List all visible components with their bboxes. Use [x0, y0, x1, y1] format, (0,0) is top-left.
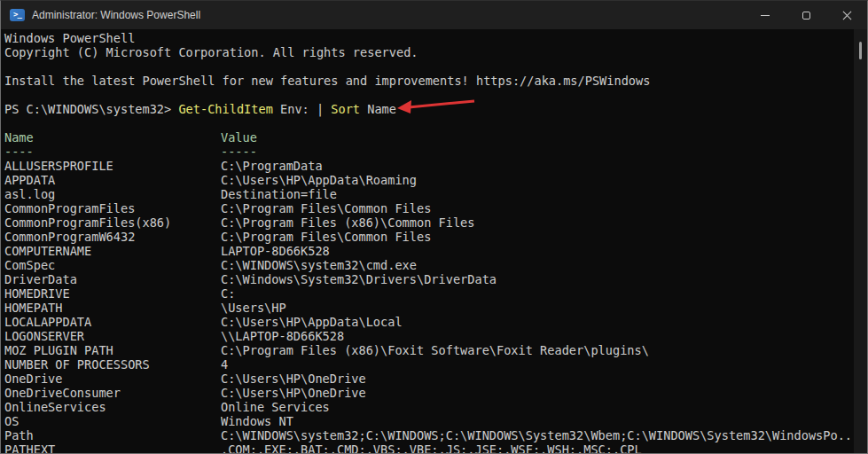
- command-line: PS C:\WINDOWS\system32> Get-ChildItem En…: [4, 102, 854, 116]
- env-name: HOMEPATH: [4, 301, 221, 315]
- env-value: Online Services: [221, 400, 854, 414]
- env-value: C:\Program Files\Common Files: [221, 230, 854, 244]
- scrollbar-track[interactable]: [854, 29, 867, 453]
- env-value: Windows_NT: [221, 414, 854, 428]
- separator-value: -----: [221, 145, 854, 159]
- close-button[interactable]: [826, 1, 867, 29]
- env-value: C:\Program Files\Common Files: [221, 201, 854, 215]
- env-name: CommonProgramFiles: [4, 201, 221, 215]
- env-name: OneDriveConsumer: [4, 386, 221, 400]
- env-value: C:\ProgramData: [221, 159, 854, 173]
- command-segment: Env:: [273, 102, 317, 116]
- env-name: LOGONSERVER: [4, 329, 221, 343]
- command-segments: Get-ChildItem Env: | Sort Name: [178, 102, 396, 116]
- powershell-window: >_ Administrator: Windows PowerShell Win…: [0, 0, 868, 454]
- maximize-icon: [802, 12, 810, 20]
- titlebar[interactable]: >_ Administrator: Windows PowerShell: [1, 1, 867, 29]
- table-row: PATHEXT.COM;.EXE;.BAT;.CMD;.VBS;.VBE;.JS…: [4, 442, 854, 453]
- env-name: CommonProgramFiles(x86): [4, 215, 221, 230]
- env-value: C:\Users\HP\AppData\Local: [221, 315, 854, 329]
- separator-name: ----: [4, 145, 221, 159]
- env-value: 4: [221, 357, 854, 372]
- table-row: LOGONSERVER\\LAPTOP-8D66K528: [4, 329, 854, 343]
- env-table: Name Value ---- ----- ALLUSERSPROFILEC:\…: [4, 130, 854, 453]
- table-row: HOMEPATH\Users\HP: [4, 301, 854, 315]
- table-row: LOCALAPPDATAC:\Users\HP\AppData\Local: [4, 315, 854, 329]
- table-row: CommonProgramFilesC:\Program Files\Commo…: [4, 201, 854, 215]
- minimize-button[interactable]: [745, 1, 786, 29]
- table-row: APPDATAC:\Users\HP\AppData\Roaming: [4, 173, 854, 187]
- env-name: PATHEXT: [4, 442, 221, 453]
- minimize-icon: [761, 15, 770, 16]
- col-header-name: Name: [4, 130, 221, 145]
- env-name: MOZ_PLUGIN_PATH: [4, 343, 221, 357]
- env-value: \\LAPTOP-8D66K528: [221, 329, 854, 343]
- terminal-line: Copyright (C) Microsoft Corporation. All…: [4, 45, 854, 59]
- env-value: C:\Windows\System32\Drivers\DriverData: [221, 272, 854, 286]
- env-name: asl.log: [4, 187, 221, 201]
- table-row: asl.logDestination=file: [4, 187, 854, 201]
- terminal-output[interactable]: Windows PowerShellCopyright (C) Microsof…: [1, 29, 854, 453]
- terminal-line: [4, 88, 854, 102]
- table-row: CommonProgramW6432C:\Program Files\Commo…: [4, 230, 854, 244]
- table-row: ComSpecC:\WINDOWS\system32\cmd.exe: [4, 258, 854, 272]
- table-row: OneDriveConsumerC:\Users\HP\OneDrive: [4, 386, 854, 400]
- env-name: APPDATA: [4, 173, 221, 187]
- env-name: DriverData: [4, 272, 221, 286]
- table-row: CommonProgramFiles(x86)C:\Program Files …: [4, 215, 854, 230]
- env-value: C:\WINDOWS\system32\cmd.exe: [221, 258, 854, 272]
- env-name: NUMBER_OF_PROCESSORS: [4, 357, 221, 372]
- env-name: CommonProgramW6432: [4, 230, 221, 244]
- scrollbar-thumb[interactable]: [859, 42, 862, 59]
- maximize-button[interactable]: [786, 1, 826, 29]
- command-segment: |: [317, 102, 331, 116]
- env-name: Path: [4, 428, 221, 442]
- window-controls: [745, 1, 867, 29]
- command-segment: Sort: [331, 102, 360, 116]
- env-name: COMPUTERNAME: [4, 244, 221, 258]
- env-name: OS: [4, 414, 221, 428]
- intro-lines: Windows PowerShellCopyright (C) Microsof…: [4, 31, 854, 102]
- close-icon: [842, 11, 852, 20]
- table-row: HOMEDRIVEC:: [4, 286, 854, 301]
- env-value: C:\Users\HP\OneDrive: [221, 372, 854, 386]
- terminal-line: Install the latest PowerShell for new fe…: [4, 74, 854, 88]
- table-separator-row: ---- -----: [4, 145, 854, 159]
- table-row: NUMBER_OF_PROCESSORS4: [4, 357, 854, 372]
- env-name: HOMEDRIVE: [4, 286, 221, 301]
- env-value: C:\Program Files (x86)\Foxit Software\Fo…: [221, 343, 854, 357]
- prompt: PS C:\WINDOWS\system32>: [4, 102, 178, 116]
- command-segment: Name: [360, 102, 396, 116]
- table-row: COMPUTERNAMELAPTOP-8D66K528: [4, 244, 854, 258]
- terminal-line: Windows PowerShell: [4, 31, 854, 45]
- table-header-row: Name Value: [4, 130, 854, 145]
- table-row: PathC:\WINDOWS\system32;C:\WINDOWS;C:\WI…: [4, 428, 854, 442]
- env-value: Destination=file: [221, 187, 854, 201]
- env-name: LOCALAPPDATA: [4, 315, 221, 329]
- env-value: C:\Program Files (x86)\Common Files: [221, 215, 854, 230]
- env-name: OnlineServices: [4, 400, 221, 414]
- table-row: DriverDataC:\Windows\System32\Drivers\Dr…: [4, 272, 854, 286]
- table-row: OnlineServicesOnline Services: [4, 400, 854, 414]
- env-value: .COM;.EXE;.BAT;.CMD;.VBS;.VBE;.JS;.JSE;.…: [221, 442, 854, 453]
- env-value: C:\Users\HP\AppData\Roaming: [221, 173, 854, 187]
- env-value: C:\WINDOWS\system32;C:\WINDOWS;C:\WINDOW…: [221, 428, 854, 442]
- terminal-line: [4, 59, 854, 74]
- env-value: C:\Users\HP\OneDrive: [221, 386, 854, 400]
- env-value: LAPTOP-8D66K528: [221, 244, 854, 258]
- env-name: OneDrive: [4, 372, 221, 386]
- table-row: MOZ_PLUGIN_PATHC:\Program Files (x86)\Fo…: [4, 343, 854, 357]
- env-value: \Users\HP: [221, 301, 854, 315]
- env-name: ALLUSERSPROFILE: [4, 159, 221, 173]
- col-header-value: Value: [221, 130, 854, 145]
- env-value: C:: [221, 286, 854, 301]
- env-table-rows: ALLUSERSPROFILEC:\ProgramDataAPPDATAC:\U…: [4, 159, 854, 453]
- table-row: OSWindows_NT: [4, 414, 854, 428]
- table-row: ALLUSERSPROFILEC:\ProgramData: [4, 159, 854, 173]
- powershell-icon: >_: [10, 9, 25, 21]
- table-row: OneDriveC:\Users\HP\OneDrive: [4, 372, 854, 386]
- window-title: Administrator: Windows PowerShell: [32, 9, 200, 21]
- blank-line: [4, 116, 854, 130]
- command-segment: Get-ChildItem: [178, 102, 272, 116]
- env-name: ComSpec: [4, 258, 221, 272]
